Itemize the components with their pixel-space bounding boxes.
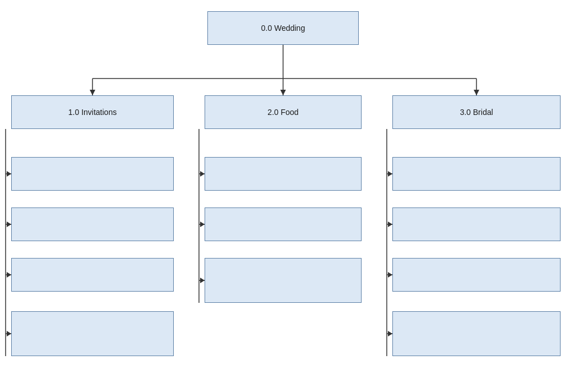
col1-child-1 (11, 157, 174, 191)
col3-child-1 (392, 157, 561, 191)
svg-marker-21 (200, 222, 205, 227)
col2-child-3 (205, 258, 362, 303)
col1-parent-label: 1.0 Invitations (68, 108, 117, 117)
root-node: 0.0 Wedding (207, 11, 359, 45)
diagram: 0.0 Wedding 1.0 Invitations 2.0 Food 3.0… (0, 0, 574, 392)
svg-marker-30 (388, 272, 392, 278)
col1-parent-node: 1.0 Invitations (11, 95, 174, 129)
svg-marker-3 (90, 90, 95, 95)
col3-child-2 (392, 207, 561, 241)
svg-marker-7 (474, 90, 479, 95)
col3-child-3 (392, 258, 561, 292)
svg-marker-28 (388, 222, 392, 227)
svg-marker-16 (7, 331, 11, 336)
col2-parent-label: 2.0 Food (267, 108, 298, 117)
col1-child-4 (11, 311, 174, 356)
svg-marker-19 (200, 171, 205, 177)
col3-parent-label: 3.0 Bridal (460, 108, 493, 117)
col1-child-3 (11, 258, 174, 292)
col2-child-2 (205, 207, 362, 241)
col2-child-1 (205, 157, 362, 191)
root-label: 0.0 Wedding (261, 24, 305, 33)
svg-marker-32 (388, 331, 392, 336)
svg-marker-26 (388, 171, 392, 177)
col3-child-4 (392, 311, 561, 356)
svg-marker-10 (7, 171, 11, 177)
col2-parent-node: 2.0 Food (205, 95, 362, 129)
col1-child-2 (11, 207, 174, 241)
col3-parent-node: 3.0 Bridal (392, 95, 561, 129)
svg-marker-12 (7, 222, 11, 227)
svg-marker-23 (200, 278, 205, 283)
svg-marker-14 (7, 272, 11, 278)
svg-marker-5 (280, 90, 286, 95)
